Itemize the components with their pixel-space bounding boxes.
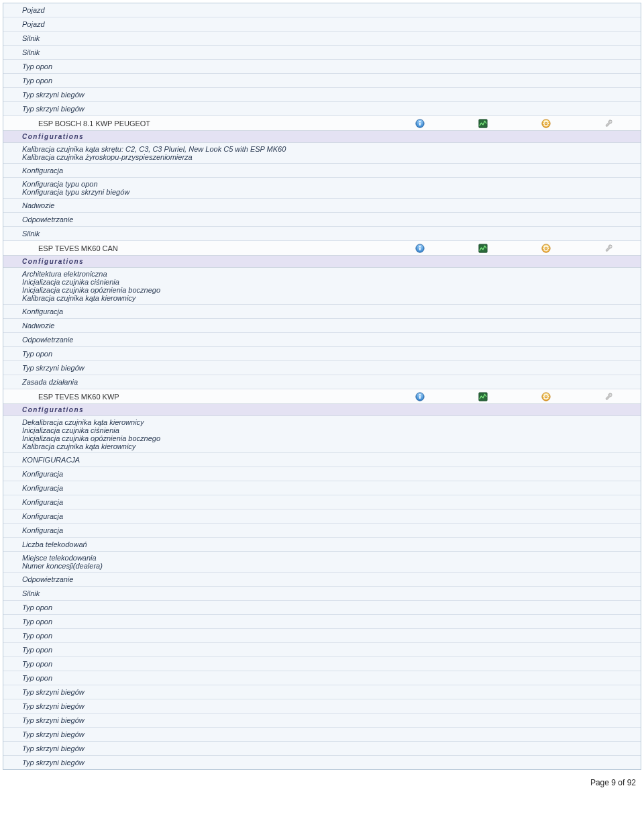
config-sublines: Konfiguracja typu oponKonfiguracja typu … [3, 178, 641, 199]
config-item: Nadwozie [3, 319, 641, 333]
config-item: Silnik [3, 587, 641, 601]
config-item: Typ skrzyni biegów [3, 361, 641, 375]
configurations-header: Configurations [3, 256, 641, 268]
config-item: Odpowietrzanie [3, 333, 641, 347]
config-item: Typ opon [3, 629, 641, 643]
config-item: Konfiguracja [3, 467, 641, 481]
config-item: Silnik [3, 227, 641, 241]
config-item: Zasada działania [3, 375, 641, 389]
config-item: Typ skrzyni biegów [3, 102, 641, 116]
graph-icon[interactable] [451, 243, 515, 252]
config-item: Typ opon [3, 60, 641, 74]
config-item: Typ skrzyni biegów [3, 88, 641, 102]
graph-icon[interactable] [451, 391, 515, 401]
config-item: Pojazd [3, 17, 641, 32]
config-item: Typ skrzyni biegów [3, 756, 641, 769]
config-item: Typ skrzyni biegów [3, 714, 641, 728]
module-title: ESP BOSCH 8.1 KWP PEUGEOT [38, 119, 388, 128]
module-title: ESP TEVES MK60 KWP [38, 393, 388, 401]
config-item: Typ skrzyni biegów [3, 685, 641, 699]
page-footer: Page 9 of 92 [0, 773, 644, 790]
config-item: Konfiguracja [3, 164, 641, 178]
config-item: Konfiguracja [3, 481, 641, 495]
config-item: Pojazd [3, 3, 641, 17]
gear-icon[interactable] [515, 118, 578, 128]
config-item: Typ skrzyni biegów [3, 699, 641, 714]
config-item: Typ opon [3, 615, 641, 629]
config-item: Silnik [3, 46, 641, 60]
config-sublines: Dekalibracja czujnika kąta kierownicyIni… [3, 416, 641, 453]
config-item: Liczba telekodowań [3, 538, 641, 552]
config-item: Typ opon [3, 643, 641, 657]
module-row[interactable]: ESP BOSCH 8.1 KWP PEUGEOT [3, 116, 641, 131]
info-icon[interactable] [388, 391, 451, 401]
module-title: ESP TEVES MK60 CAN [38, 244, 388, 252]
config-item: Typ opon [3, 601, 641, 615]
wrench-icon[interactable] [578, 243, 641, 252]
config-item: Typ opon [3, 74, 641, 88]
configurations-header: Configurations [3, 131, 641, 143]
module-row[interactable]: ESP TEVES MK60 KWP [3, 389, 641, 404]
config-sublines: Kalibracja czujnika kąta skrętu: C2, C3,… [3, 143, 641, 164]
gear-icon[interactable] [515, 391, 578, 401]
gear-icon[interactable] [515, 243, 578, 252]
config-item: Odpowietrzanie [3, 573, 641, 587]
wrench-icon[interactable] [578, 391, 641, 401]
module-row[interactable]: ESP TEVES MK60 CAN [3, 241, 641, 256]
config-item: Konfiguracja [3, 524, 641, 538]
config-item: Konfiguracja [3, 509, 641, 524]
config-item: Nadwozie [3, 199, 641, 213]
config-item: Typ opon [3, 347, 641, 361]
config-item: Typ opon [3, 657, 641, 671]
config-item: Konfiguracja [3, 495, 641, 509]
config-item: KONFIGURACJA [3, 453, 641, 467]
config-item: Odpowietrzanie [3, 213, 641, 227]
config-item: Konfiguracja [3, 305, 641, 319]
config-sublines: Miejsce telekodowaniaNumer koncesji(deal… [3, 552, 641, 573]
config-sublines: Architektura elektronicznaInicjalizacja … [3, 268, 641, 305]
configurations-header: Configurations [3, 404, 641, 416]
graph-icon[interactable] [451, 118, 515, 128]
config-item: Silnik [3, 32, 641, 46]
info-icon[interactable] [388, 118, 451, 128]
info-icon[interactable] [388, 243, 451, 252]
wrench-icon[interactable] [578, 118, 641, 128]
config-item: Typ skrzyni biegów [3, 742, 641, 756]
config-item: Typ opon [3, 671, 641, 685]
config-item: Typ skrzyni biegów [3, 728, 641, 742]
